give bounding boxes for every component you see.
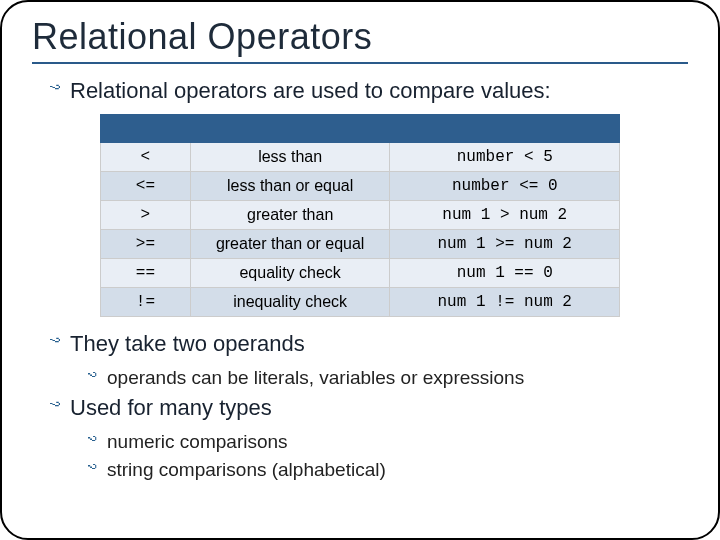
op-desc: greater than [190, 201, 390, 230]
bullet-icon: ࿓ [88, 461, 97, 478]
bullet-intro: ࿓ Relational operators are used to compa… [50, 78, 688, 104]
bullet-icon: ࿓ [88, 369, 97, 386]
op-example: number <= 0 [390, 172, 620, 201]
op-desc: inequality check [190, 288, 390, 317]
op-desc: equality check [190, 259, 390, 288]
op-symbol: > [101, 201, 191, 230]
op-symbol: <= [101, 172, 191, 201]
bullet-icon: ࿓ [50, 397, 60, 417]
op-example: number < 5 [390, 143, 620, 172]
operators-table: < less than number < 5 <= less than or e… [100, 114, 620, 317]
bullet-icon: ࿓ [50, 333, 60, 353]
table-row: > greater than num 1 > num 2 [101, 201, 620, 230]
bullet-types-text: Used for many types [70, 395, 272, 421]
bullet-icon: ࿓ [88, 433, 97, 450]
bullet-icon: ࿓ [50, 80, 60, 100]
table-header-row [101, 115, 620, 143]
sub-bullet-operands: ࿓ operands can be literals, variables or… [88, 367, 688, 389]
bullet-types: ࿓ Used for many types [50, 395, 688, 421]
table-row: < less than number < 5 [101, 143, 620, 172]
table-row: >= greater than or equal num 1 >= num 2 [101, 230, 620, 259]
table-row: <= less than or equal number <= 0 [101, 172, 620, 201]
bullet-intro-text: Relational operators are used to compare… [70, 78, 551, 104]
bullet-operands-text: They take two operands [70, 331, 305, 357]
op-symbol: == [101, 259, 191, 288]
bullet-operands: ࿓ They take two operands [50, 331, 688, 357]
sub-bullet-operands-text: operands can be literals, variables or e… [107, 367, 524, 389]
op-symbol: < [101, 143, 191, 172]
slide-frame: Relational Operators ࿓ Relational operat… [0, 0, 720, 540]
op-example: num 1 >= num 2 [390, 230, 620, 259]
op-symbol: != [101, 288, 191, 317]
op-desc: greater than or equal [190, 230, 390, 259]
op-example: num 1 > num 2 [390, 201, 620, 230]
sub-bullet-types-2: ࿓ string comparisons (alphabetical) [88, 459, 688, 481]
sub-bullet-types-2-text: string comparisons (alphabetical) [107, 459, 386, 481]
op-symbol: >= [101, 230, 191, 259]
table-row: != inequality check num 1 != num 2 [101, 288, 620, 317]
op-example: num 1 == 0 [390, 259, 620, 288]
page-title: Relational Operators [32, 16, 688, 58]
op-example: num 1 != num 2 [390, 288, 620, 317]
sub-bullet-types-1-text: numeric comparisons [107, 431, 288, 453]
table-row: == equality check num 1 == 0 [101, 259, 620, 288]
sub-bullet-types-1: ࿓ numeric comparisons [88, 431, 688, 453]
op-desc: less than [190, 143, 390, 172]
title-underline [32, 62, 688, 64]
op-desc: less than or equal [190, 172, 390, 201]
